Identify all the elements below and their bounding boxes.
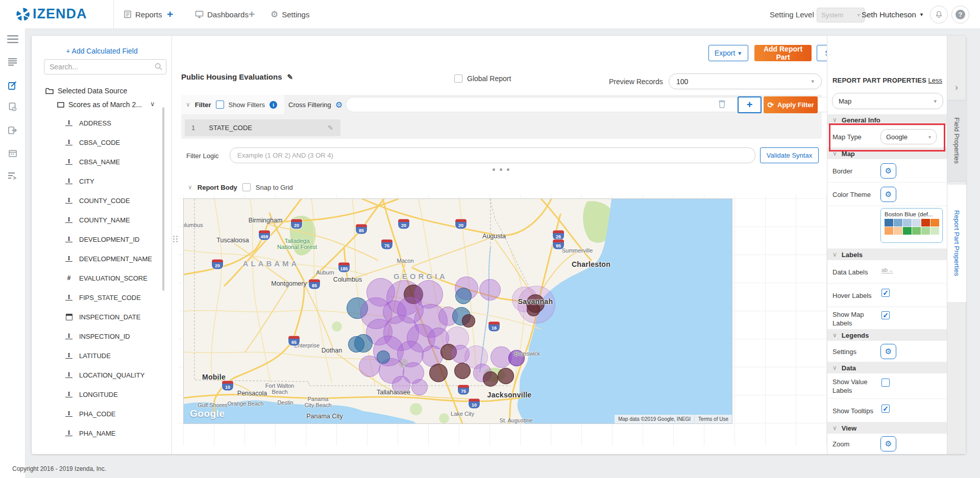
collapse-body-chevron-icon[interactable]: ∨ <box>188 184 192 191</box>
tab-report-part-properties[interactable]: Report Part Properties <box>947 185 966 302</box>
map-type-dropdown[interactable]: Google ▾ <box>880 129 937 144</box>
border-settings-button[interactable]: ⚙ <box>880 163 896 179</box>
nav-tab-reports[interactable]: Reports <box>124 0 162 29</box>
field-item[interactable]: IINSPECTION_ID <box>32 326 164 346</box>
field-item[interactable]: IPHA_CODE <box>32 404 164 423</box>
cross-filtering-button[interactable]: Cross Filtering ⚙ <box>288 95 342 114</box>
preview-records-dropdown[interactable]: 100 ▾ <box>669 73 822 89</box>
field-item[interactable]: IDEVELOPMENT_ID <box>32 230 164 249</box>
nav-tab-settings[interactable]: ⚙ Settings <box>271 0 309 29</box>
field-item[interactable]: INSPECTION_DATE <box>32 307 164 326</box>
report-list-icon[interactable] <box>0 58 25 66</box>
section-legends[interactable]: ∨ Legends <box>827 330 947 341</box>
tab-field-properties[interactable]: Field Properties <box>947 100 966 182</box>
setting-level-dropdown[interactable]: System ▾ <box>817 8 865 22</box>
schedule-calendar-icon[interactable] <box>0 149 25 157</box>
edit-filter-icon[interactable]: ✎ <box>328 124 333 132</box>
map-data-bubble[interactable] <box>377 350 390 364</box>
field-item[interactable]: #EVALUATION_SCORE <box>32 268 164 288</box>
field-item[interactable]: IDEVELOPMENT_NAME <box>32 249 164 268</box>
workflow-icon[interactable] <box>0 172 25 180</box>
field-item[interactable]: IADDRESS <box>32 113 164 133</box>
report-part-type-dropdown[interactable]: Map ▾ <box>832 93 943 109</box>
map-data-bubble[interactable] <box>454 363 471 379</box>
show-value-labels-checkbox[interactable] <box>881 379 890 387</box>
section-view[interactable]: ∨ View <box>827 422 947 434</box>
add-report-part-button[interactable]: Add Report Part <box>754 45 812 61</box>
new-report-button[interactable]: + <box>167 0 173 29</box>
color-theme-settings-button[interactable]: ⚙ <box>880 187 896 202</box>
edit-title-icon[interactable]: ✎ <box>287 73 293 81</box>
selected-data-source-node[interactable]: Selected Data Source <box>45 87 127 95</box>
drag-handle[interactable] <box>173 236 178 242</box>
filter-logic-input[interactable] <box>230 147 755 163</box>
map-data-bubble[interactable] <box>479 279 501 300</box>
collapse-filter-chevron-icon[interactable]: ∨ <box>186 101 190 108</box>
legend-settings-button[interactable]: ⚙ <box>880 344 896 359</box>
map-data-bubble[interactable] <box>429 364 448 382</box>
field-item[interactable]: ICOUNTY_CODE <box>32 191 164 210</box>
section-resize-handle[interactable] <box>493 168 509 171</box>
global-report-checkbox[interactable] <box>454 74 462 83</box>
field-item[interactable]: ICBSA_CODE <box>32 133 164 152</box>
field-item[interactable]: IFIPS_STATE_CODE <box>32 288 164 307</box>
section-labels[interactable]: ∨ Labels <box>827 249 947 260</box>
show-map-labels-checkbox[interactable]: ✓ <box>881 311 890 319</box>
show-tooltips-row: Show Tooltips ✓ <box>827 399 947 422</box>
export-button[interactable]: Export ▼ <box>708 45 748 61</box>
color-theme-swatch[interactable]: Boston Blue (def... <box>880 208 943 243</box>
show-tooltips-checkbox[interactable]: ✓ <box>881 405 890 413</box>
info-icon[interactable]: i <box>270 101 277 109</box>
hover-labels-checkbox[interactable]: ✓ <box>881 289 890 297</box>
field-item[interactable]: ICBSA_NAME <box>32 152 164 171</box>
map-data-bubble[interactable] <box>498 368 514 384</box>
delete-filter-icon[interactable] <box>718 99 726 108</box>
field-item[interactable]: ILONGITUDE <box>32 385 164 404</box>
data-labels-format-icon[interactable]: ab→ <box>881 267 893 273</box>
add-filter-button[interactable]: + <box>738 96 762 113</box>
user-menu[interactable]: Seth Hutcheson ▾ <box>862 0 923 29</box>
section-data[interactable]: ∨ Data <box>827 362 947 373</box>
fields-scrollbar[interactable] <box>162 107 164 291</box>
map-data-bubble[interactable] <box>348 336 364 353</box>
terms-of-use-link[interactable]: Terms of Use <box>694 415 732 423</box>
snap-to-grid-checkbox[interactable] <box>242 183 251 191</box>
field-item[interactable]: ILATITUDE <box>32 346 164 365</box>
map-data-bubble[interactable] <box>508 350 525 366</box>
data-source-table-node[interactable]: Scores as of March 2... <box>57 100 142 109</box>
collapse-panel-chevron-icon[interactable]: › <box>950 81 963 94</box>
report-settings-icon[interactable] <box>0 103 25 111</box>
zoom-settings-button[interactable]: ⚙ <box>880 436 896 451</box>
help-button[interactable]: ? <box>951 6 969 23</box>
field-item[interactable]: ICOUNTY_NAME <box>32 210 164 230</box>
filter-chip-state-code[interactable]: 1 STATE_CODE ✎ <box>185 119 340 136</box>
apply-filter-button[interactable]: ⟳ Apply Filter <box>764 96 818 113</box>
new-dashboard-button[interactable]: + <box>249 0 255 29</box>
izenda-logo[interactable]: IZENDA <box>15 6 87 22</box>
collapse-table-chevron-icon[interactable]: ∨ <box>150 100 155 108</box>
less-link[interactable]: Less <box>928 77 942 84</box>
map-data-bubble[interactable] <box>455 288 472 304</box>
add-calculated-field-link[interactable]: + Add Calculated Field <box>32 47 172 55</box>
validate-syntax-button[interactable]: Validate Syntax <box>760 147 819 163</box>
map-data-bubble[interactable] <box>527 303 540 316</box>
map-report-part[interactable]: ColumbusBirminghamTuscaloosaTalladega Na… <box>183 198 732 424</box>
show-filters-checkbox[interactable] <box>216 100 224 109</box>
field-item[interactable]: IPHA_NAME <box>32 423 164 443</box>
field-item[interactable]: ILOCATION_QUALITY <box>32 365 164 385</box>
section-map[interactable]: ∨ Map <box>827 148 947 159</box>
field-item[interactable]: ICITY <box>32 171 164 191</box>
report-designer-icon[interactable] <box>0 81 25 90</box>
section-general-info[interactable]: ∨ General Info <box>827 114 947 125</box>
map-data-bubble[interactable] <box>392 376 410 394</box>
hamburger-menu-icon[interactable] <box>0 35 25 44</box>
notifications-button[interactable] <box>930 6 948 23</box>
map-data-bubble[interactable] <box>462 314 475 328</box>
export-icon[interactable] <box>0 127 25 134</box>
map-data-bubble[interactable] <box>411 379 428 395</box>
google-logo[interactable]: Google <box>190 408 225 419</box>
nav-tab-dashboards[interactable]: Dashboards <box>195 0 249 29</box>
map-data-bubble[interactable] <box>483 371 498 387</box>
search-input[interactable] <box>44 59 166 74</box>
nav-tab-reports-label: Reports <box>135 10 162 19</box>
